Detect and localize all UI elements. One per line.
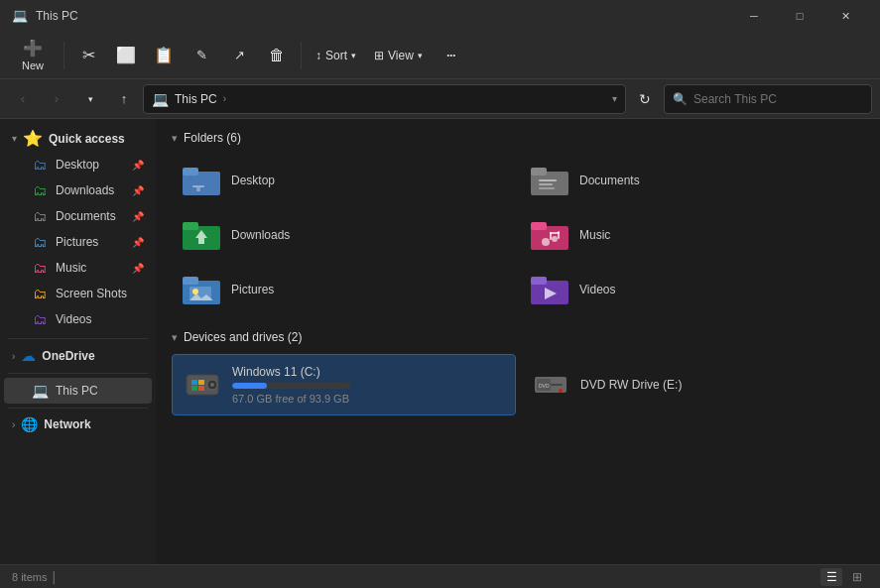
sidebar-divider-2: [8, 373, 148, 374]
search-box[interactable]: 🔍: [664, 84, 872, 114]
svg-rect-20: [183, 277, 198, 285]
toolbar-separator-1: [63, 42, 64, 69]
sidebar-item-screenshots[interactable]: 🗂 Screen Shots: [4, 281, 152, 306]
folders-section-header: ▾ Folders (6): [172, 131, 864, 145]
sidebar-item-this-pc[interactable]: 💻 This PC: [4, 378, 152, 404]
drive-item-e[interactable]: DVD DVD RW Drive (E:): [520, 354, 864, 415]
quick-access-section: ▾ ⭐ Quick access 🗂 Desktop 📌 🗂 Downloads…: [0, 123, 156, 334]
refresh-button[interactable]: ↻: [630, 84, 660, 114]
desktop-folder-icon-wrapper: [182, 163, 221, 197]
quick-access-star-icon: ⭐: [23, 129, 43, 148]
documents-folder-svg: [531, 166, 568, 195]
folder-item-downloads[interactable]: Downloads: [172, 209, 516, 260]
folder-item-desktop[interactable]: Desktop: [172, 155, 516, 205]
folder-item-documents[interactable]: Documents: [520, 155, 864, 205]
sidebar-divider-1: [8, 338, 148, 339]
this-pc-address-icon: 💻: [152, 91, 169, 107]
folder-item-videos[interactable]: Videos: [520, 264, 864, 314]
svg-rect-13: [531, 222, 547, 230]
svg-point-22: [192, 289, 198, 294]
address-dropdown-button[interactable]: ▾: [612, 93, 617, 104]
svg-rect-30: [198, 380, 204, 385]
sidebar-item-music[interactable]: 🗂 Music 📌: [4, 255, 152, 281]
window-icon: 💻: [12, 8, 28, 24]
copy-button[interactable]: ⬜: [108, 36, 144, 75]
cut-button[interactable]: ✂: [70, 36, 106, 75]
close-button[interactable]: ✕: [822, 0, 868, 32]
drives-chevron-icon[interactable]: ▾: [172, 331, 178, 344]
music-folder-svg: [531, 220, 568, 250]
pictures-folder-icon-wrapper: [182, 272, 221, 306]
address-box[interactable]: 💻 This PC › ▾: [143, 84, 626, 114]
network-header[interactable]: › 🌐 Network: [4, 412, 152, 436]
sidebar: ▾ ⭐ Quick access 🗂 Desktop 📌 🗂 Downloads…: [0, 119, 156, 564]
drive-e-name: DVD RW Drive (E:): [580, 378, 682, 392]
svg-rect-37: [551, 384, 563, 386]
music-folder-label: Music: [579, 228, 610, 242]
view-chevron-icon: ▾: [418, 51, 423, 60]
desktop-folder-label: Desktop: [231, 174, 275, 187]
pictures-folder-label: Pictures: [231, 283, 274, 296]
onedrive-icon: ☁: [21, 347, 36, 365]
view-tiles-button[interactable]: ⊞: [846, 568, 868, 586]
svg-rect-1: [183, 168, 198, 176]
sidebar-this-pc-label: This PC: [56, 384, 144, 398]
sidebar-item-desktop[interactable]: 🗂 Desktop 📌: [4, 152, 152, 177]
sidebar-item-pictures[interactable]: 🗂 Pictures 📌: [4, 229, 152, 255]
sort-button[interactable]: ↕ Sort ▾: [308, 36, 364, 75]
this-pc-sidebar-icon: 💻: [32, 383, 48, 399]
view-details-button[interactable]: ☰: [820, 568, 842, 586]
address-chevron-icon: ›: [223, 93, 226, 104]
pictures-folder-svg: [183, 275, 220, 304]
network-chevron-icon: ›: [12, 419, 15, 430]
sort-chevron-icon: ▾: [351, 51, 356, 60]
forward-button[interactable]: ›: [42, 84, 71, 114]
paste-button[interactable]: 📋: [146, 36, 182, 75]
pin-icon-pictures: 📌: [132, 237, 144, 248]
drive-c-name: Windows 11 (C:): [232, 365, 351, 379]
svg-rect-6: [539, 179, 557, 181]
svg-rect-10: [183, 222, 198, 230]
documents-folder-icon-wrapper: [530, 163, 569, 197]
drives-section-header: ▾ Devices and drives (2): [172, 330, 864, 344]
minimize-button[interactable]: ─: [731, 0, 777, 32]
music-folder-icon: 🗂: [32, 260, 48, 276]
address-bar-row: ‹ › ▾ ↑ 💻 This PC › ▾ ↻ 🔍: [0, 79, 880, 119]
pin-icon-documents: 📌: [132, 211, 144, 222]
sidebar-desktop-label: Desktop: [56, 158, 124, 172]
videos-folder-icon: 🗂: [32, 311, 48, 327]
more-options-button[interactable]: ···: [433, 36, 468, 75]
svg-rect-31: [191, 386, 197, 391]
dropdown-recent-button[interactable]: ▾: [75, 84, 105, 114]
quick-access-chevron-icon: ▾: [12, 133, 17, 144]
onedrive-header[interactable]: › ☁ OneDrive: [4, 343, 152, 369]
drives-grid: Windows 11 (C:) 67.0 GB free of 93.9 GB: [172, 354, 864, 415]
drive-c-bar-container: [232, 383, 351, 389]
window-controls: ─ □ ✕: [731, 0, 868, 32]
search-input[interactable]: [693, 92, 863, 106]
folders-chevron-icon[interactable]: ▾: [172, 132, 178, 145]
drive-c-bar: [232, 383, 267, 389]
drive-item-c[interactable]: Windows 11 (C:) 67.0 GB free of 93.9 GB: [172, 354, 516, 415]
maximize-button[interactable]: □: [777, 0, 822, 32]
sidebar-item-downloads[interactable]: 🗂 Downloads 📌: [4, 177, 152, 203]
delete-button[interactable]: 🗑: [259, 36, 295, 75]
downloads-folder-label: Downloads: [231, 228, 290, 242]
back-button[interactable]: ‹: [8, 84, 38, 114]
sidebar-item-videos[interactable]: 🗂 Videos: [4, 306, 152, 332]
quick-access-header[interactable]: ▾ ⭐ Quick access: [4, 125, 152, 152]
folder-item-pictures[interactable]: Pictures: [172, 264, 516, 314]
share-button[interactable]: ↗: [221, 36, 257, 75]
up-button[interactable]: ↑: [109, 84, 139, 114]
folders-section-title: Folders (6): [184, 131, 241, 145]
view-button[interactable]: ⊞ View ▾: [366, 36, 431, 75]
view-icon: ⊞: [374, 49, 384, 62]
new-button[interactable]: ➕ New: [8, 36, 58, 75]
folders-grid: Desktop Documents: [172, 155, 864, 314]
toolbar: ➕ New ✂ ⬜ 📋 ✎ ↗ 🗑 ↕ Sort ▾ ⊞ View ▾ ···: [0, 32, 880, 79]
rename-button[interactable]: ✎: [184, 36, 219, 75]
sidebar-downloads-label: Downloads: [56, 183, 124, 197]
folder-item-music[interactable]: Music: [520, 209, 864, 260]
search-icon: 🔍: [673, 92, 688, 106]
sidebar-item-documents[interactable]: 🗂 Documents 📌: [4, 203, 152, 229]
